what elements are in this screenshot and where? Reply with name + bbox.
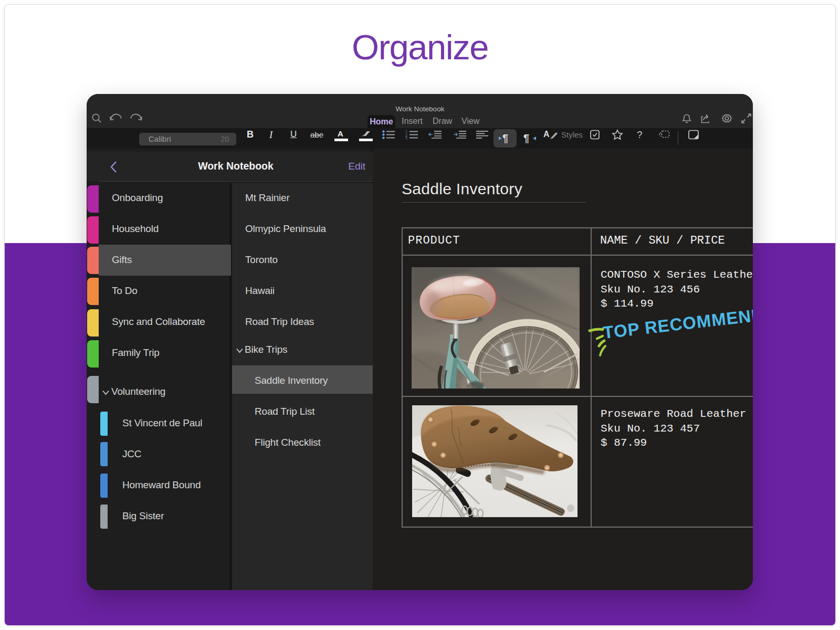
svg-text:¶: ¶ <box>502 132 508 144</box>
svg-text:¶: ¶ <box>523 132 529 144</box>
svg-text:1: 1 <box>405 130 407 133</box>
svg-text:3: 3 <box>405 136 407 139</box>
